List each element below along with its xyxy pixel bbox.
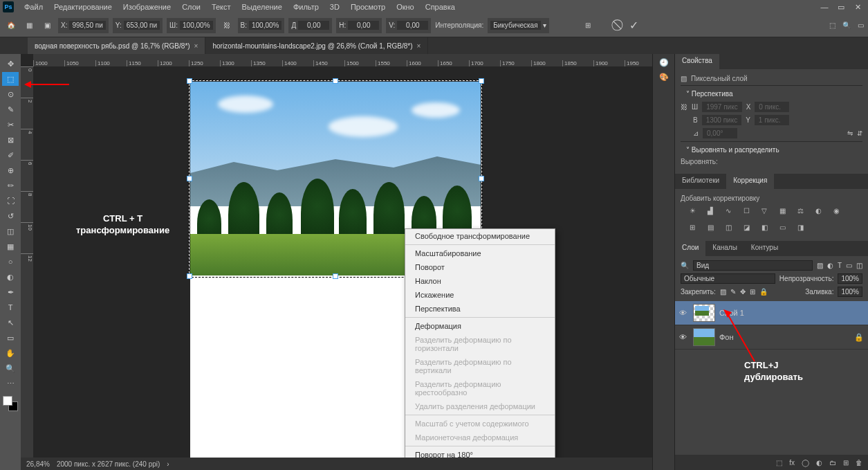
transform-handle[interactable] bbox=[333, 273, 338, 279]
type-tool[interactable]: T bbox=[2, 300, 19, 314]
menu-filter[interactable]: Фильтр bbox=[288, 1, 324, 12]
menu-free-transform[interactable]: Свободное трансформирование bbox=[405, 229, 555, 243]
filter-adjust-icon[interactable]: ◐ bbox=[827, 262, 833, 269]
history-panel-icon[interactable]: 🕘 bbox=[659, 58, 669, 67]
layer-thumbnail[interactable] bbox=[693, 304, 715, 322]
x-value[interactable]: 998,50 пи bbox=[69, 21, 105, 30]
maximize-button[interactable]: ▭ bbox=[833, 1, 849, 12]
warp-mode-icon[interactable]: ⊞ bbox=[581, 19, 595, 33]
transform-handle[interactable] bbox=[479, 78, 484, 84]
transform-handle[interactable] bbox=[187, 78, 192, 84]
link-icon[interactable]: ⛓ bbox=[220, 19, 234, 33]
h-value[interactable]: 100,00% bbox=[249, 21, 281, 30]
tab-paths[interactable]: Контуры bbox=[744, 241, 785, 256]
align-section[interactable]: ˅ Выровнять и распределить bbox=[681, 141, 862, 158]
lock-position-icon[interactable]: ✥ bbox=[740, 288, 746, 296]
color-lookup-icon[interactable]: ▤ bbox=[704, 222, 717, 233]
channel-mixer-icon[interactable]: ⊞ bbox=[686, 222, 699, 233]
lock-pixels-icon[interactable]: ✎ bbox=[730, 288, 736, 296]
w-value[interactable]: 100,00% bbox=[180, 21, 212, 30]
brightness-icon[interactable]: ☀ bbox=[686, 205, 699, 216]
hue-icon[interactable]: ▦ bbox=[776, 205, 788, 216]
document-tab[interactable]: horizontal-mountains-landscape2.jpg @ 26… bbox=[205, 37, 428, 54]
move-tool[interactable]: ✥ bbox=[2, 57, 19, 71]
hand-tool[interactable]: ✋ bbox=[2, 346, 19, 360]
exposure-icon[interactable]: ☐ bbox=[740, 205, 752, 216]
brush-tool[interactable]: ✏ bbox=[2, 179, 19, 192]
adjustment-layer-icon[interactable]: ◐ bbox=[816, 459, 822, 467]
prop-y[interactable]: 1 пикс. bbox=[755, 115, 789, 125]
link-wh-icon[interactable]: ⛓ bbox=[681, 103, 687, 111]
prop-width[interactable]: 1997 пикс bbox=[702, 102, 742, 112]
pen-tool[interactable]: ✒ bbox=[2, 285, 19, 299]
home-icon[interactable]: 🏠 bbox=[4, 19, 18, 33]
blur-tool[interactable]: ○ bbox=[2, 255, 19, 269]
menu-text[interactable]: Текст bbox=[207, 1, 236, 12]
interp-select[interactable]: Бикубическая bbox=[490, 21, 540, 30]
fill-value[interactable]: 100% bbox=[838, 287, 862, 297]
vibrance-icon[interactable]: ▽ bbox=[758, 205, 770, 216]
filter-smart-icon[interactable]: ◫ bbox=[856, 262, 862, 269]
blend-mode-select[interactable]: Обычные bbox=[681, 273, 775, 284]
layer-row[interactable]: 👁 Слой 1 bbox=[675, 301, 868, 325]
color-swatches[interactable] bbox=[3, 396, 18, 411]
filter-select[interactable]: Вид bbox=[693, 260, 813, 271]
posterize-icon[interactable]: ◪ bbox=[740, 222, 752, 233]
eraser-tool[interactable]: ◫ bbox=[2, 224, 19, 238]
history-brush-tool[interactable]: ↺ bbox=[2, 209, 19, 223]
group-icon[interactable]: 🗀 bbox=[829, 459, 836, 467]
color-balance-icon[interactable]: ⚖ bbox=[794, 205, 806, 216]
color-panel-icon[interactable]: 🎨 bbox=[659, 73, 669, 82]
perspective-section[interactable]: ˅ Перспектива bbox=[681, 85, 862, 102]
menu-warp[interactable]: Деформация bbox=[405, 319, 555, 333]
lock-all-icon[interactable]: 🔒 bbox=[759, 288, 768, 296]
curves-icon[interactable]: ∿ bbox=[722, 205, 735, 216]
filter-pixel-icon[interactable]: ▨ bbox=[817, 262, 823, 269]
close-button[interactable]: ✕ bbox=[850, 1, 865, 12]
healing-tool[interactable]: ⊕ bbox=[2, 163, 19, 177]
layer-style-icon[interactable]: fx bbox=[789, 459, 795, 467]
lock-transparency-icon[interactable]: ▨ bbox=[720, 288, 726, 296]
levels-icon[interactable]: ▟ bbox=[704, 205, 717, 216]
crop-tool[interactable]: ✂ bbox=[2, 118, 19, 132]
rot-value[interactable]: 0,00 bbox=[298, 21, 329, 30]
layer-mask-icon[interactable]: ◯ bbox=[802, 459, 809, 467]
commit-transform-icon[interactable]: ✓ bbox=[629, 19, 638, 32]
prop-height[interactable]: 1300 пикс bbox=[702, 115, 742, 125]
selective-color-icon[interactable]: ◨ bbox=[794, 222, 806, 233]
menu-layers[interactable]: Слои bbox=[177, 1, 205, 12]
bw-icon[interactable]: ◐ bbox=[812, 205, 824, 216]
menu-3d[interactable]: 3D bbox=[325, 1, 344, 12]
share-icon[interactable]: ⬚ bbox=[829, 21, 835, 29]
chevron-down-icon[interactable]: ▾ bbox=[543, 21, 546, 29]
reference-point-icon[interactable]: ▣ bbox=[40, 19, 54, 33]
opacity-value[interactable]: 100% bbox=[838, 273, 862, 284]
transform-handle[interactable] bbox=[479, 176, 484, 181]
visibility-icon[interactable]: 👁 bbox=[679, 309, 689, 317]
link-layers-icon[interactable]: ⬚ bbox=[776, 459, 782, 467]
transform-handle[interactable] bbox=[333, 78, 338, 84]
tab-adjustments[interactable]: Коррекция bbox=[726, 174, 774, 189]
lasso-tool[interactable]: ⊙ bbox=[2, 87, 19, 101]
stamp-tool[interactable]: ⛶ bbox=[2, 194, 19, 208]
gradient-tool[interactable]: ▦ bbox=[2, 239, 19, 253]
minimize-button[interactable]: — bbox=[817, 1, 832, 12]
dodge-tool[interactable]: ◐ bbox=[2, 270, 19, 284]
menu-skew[interactable]: Наклон bbox=[405, 274, 555, 288]
skew-v-value[interactable]: 0,00 bbox=[397, 21, 428, 30]
tab-libraries[interactable]: Библиотеки bbox=[675, 174, 726, 189]
document-info[interactable]: 2000 пикс. x 2627 пикс. (240 ppi) bbox=[57, 460, 160, 468]
new-layer-icon[interactable]: ⊞ bbox=[843, 459, 849, 467]
workspace-icon[interactable]: ▭ bbox=[858, 21, 864, 29]
prop-x[interactable]: 0 пикс. bbox=[755, 102, 789, 112]
menu-image[interactable]: Изображение bbox=[118, 1, 176, 12]
chevron-right-icon[interactable]: › bbox=[167, 460, 169, 468]
lock-artboard-icon[interactable]: ⊞ bbox=[750, 288, 755, 296]
flip-v-icon[interactable]: ⇵ bbox=[857, 129, 862, 137]
invert-icon[interactable]: ◫ bbox=[722, 222, 735, 233]
zoom-level[interactable]: 26,84% bbox=[26, 460, 50, 468]
quick-select-tool[interactable]: ✎ bbox=[2, 102, 19, 116]
close-tab-icon[interactable]: × bbox=[194, 42, 198, 50]
edit-toolbar[interactable]: ⋯ bbox=[2, 377, 19, 390]
prop-angle[interactable]: 0,00° bbox=[703, 128, 737, 138]
